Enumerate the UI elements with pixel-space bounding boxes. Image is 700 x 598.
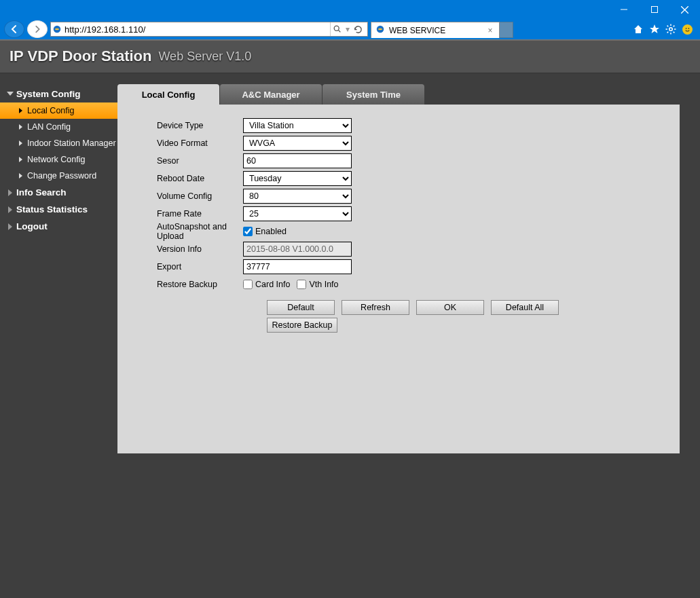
svg-line-13 [667, 26, 669, 27]
address-bar[interactable]: ▾ [50, 22, 368, 37]
browser-tab[interactable]: WEB SERVICE × [371, 22, 500, 38]
ie-page-icon [51, 24, 63, 34]
svg-line-15 [667, 32, 669, 33]
select-frame-rate[interactable]: 25 [243, 206, 352, 221]
button-restore-backup[interactable]: Restore Backup [267, 318, 337, 333]
label-restore-backup: Restore Backup [131, 280, 243, 289]
label-autosnapshot: AutoSnapshot and Upload [131, 222, 243, 241]
window-minimize-button[interactable] [608, 0, 639, 19]
svg-line-16 [674, 26, 675, 27]
input-export[interactable] [243, 259, 352, 274]
label-vth-info: Vth Info [309, 280, 338, 289]
checkbox-vth-info[interactable] [297, 280, 306, 289]
sidebar: System Config Local Config LAN Config In… [0, 73, 117, 598]
search-icon[interactable] [331, 24, 344, 34]
new-tab-button[interactable] [500, 22, 513, 38]
feedback-smiley-icon[interactable] [681, 23, 693, 35]
sidebar-section-info-search[interactable]: Info Search [0, 184, 117, 201]
sidebar-section-logout[interactable]: Logout [0, 218, 117, 235]
sidebar-item-local-config[interactable]: Local Config [0, 102, 117, 119]
nav-forward-button[interactable] [27, 20, 48, 38]
nav-back-button[interactable] [4, 20, 24, 38]
sidebar-section-status-statistics[interactable]: Status Statistics [0, 201, 117, 218]
browser-toolbar: ▾ WEB SERVICE × [0, 19, 700, 39]
label-card-info: Card Info [255, 280, 290, 289]
button-default-all[interactable]: Default All [491, 300, 559, 315]
button-default[interactable]: Default [267, 300, 335, 315]
label-volume-config: Volume Config [131, 191, 243, 201]
url-input[interactable] [63, 22, 330, 36]
separator: ▾ [346, 24, 350, 34]
label-export: Export [131, 262, 243, 272]
svg-line-14 [674, 32, 675, 33]
tab-ac-manager[interactable]: A&C Manager [220, 84, 322, 105]
settings-icon[interactable] [665, 23, 677, 35]
sidebar-item-change-password[interactable]: Change Password [0, 168, 117, 184]
select-device-type[interactable]: Villa Station [243, 118, 352, 133]
checkbox-autosnapshot[interactable] [243, 227, 253, 236]
sidebar-item-indoor-station-manager[interactable]: Indoor Station Manager [0, 135, 117, 151]
product-subtitle: Web Server V1.0 [158, 50, 251, 64]
input-sesor[interactable] [243, 153, 352, 168]
svg-point-5 [334, 26, 339, 31]
tab-title: WEB SERVICE [389, 26, 445, 35]
label-reboot-date: Reboot Date [131, 174, 243, 183]
svg-point-8 [669, 28, 673, 31]
label-sesor: Sesor [131, 156, 243, 166]
label-enabled: Enabled [255, 227, 287, 236]
content-area: Local Config A&C Manager System Time Dev… [117, 73, 700, 598]
window-maximize-button[interactable] [639, 0, 669, 19]
window-close-button[interactable] [669, 0, 700, 19]
favorites-icon[interactable] [648, 23, 661, 35]
tab-system-time[interactable]: System Time [323, 84, 424, 105]
window-titlebar [0, 0, 700, 19]
product-title: IP VDP Door Station [10, 48, 151, 65]
sidebar-item-lan-config[interactable]: LAN Config [0, 119, 117, 135]
config-panel: Device Type Villa Station Video Format W… [117, 105, 680, 453]
tab-close-button[interactable]: × [485, 26, 495, 35]
label-device-type: Device Type [131, 121, 243, 130]
button-ok[interactable]: OK [416, 300, 484, 315]
sidebar-section-system-config[interactable]: System Config [0, 86, 117, 102]
refresh-icon[interactable] [351, 24, 365, 35]
tab-local-config[interactable]: Local Config [117, 84, 219, 105]
svg-line-6 [338, 30, 340, 32]
home-icon[interactable] [632, 23, 644, 35]
label-version-info: Version Info [131, 244, 243, 254]
svg-rect-1 [651, 7, 657, 13]
label-frame-rate: Frame Rate [131, 209, 243, 219]
svg-point-18 [688, 27, 689, 29]
page-header: IP VDP Door Station Web Server V1.0 [0, 39, 700, 73]
sidebar-item-network-config[interactable]: Network Config [0, 151, 117, 168]
select-reboot-date[interactable]: Tuesday [243, 171, 352, 186]
select-video-format[interactable]: WVGA [243, 136, 352, 151]
input-version-info [243, 242, 352, 257]
button-refresh[interactable]: Refresh [342, 300, 409, 315]
ie-page-icon [375, 24, 385, 36]
svg-point-17 [685, 27, 686, 29]
label-video-format: Video Format [131, 138, 243, 148]
select-volume-config[interactable]: 80 [243, 189, 352, 204]
checkbox-card-info[interactable] [243, 280, 253, 289]
